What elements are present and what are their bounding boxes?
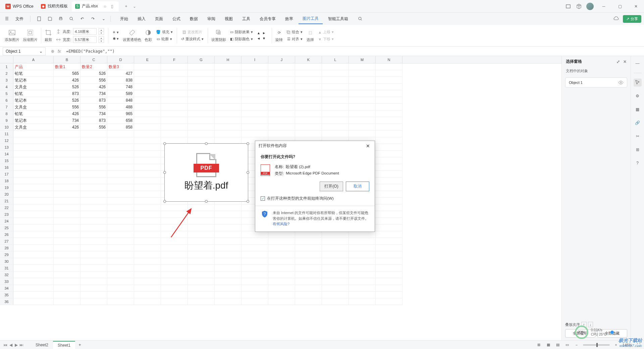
fx-icon[interactable]: fx [58,49,61,54]
cell[interactable] [134,271,161,278]
cell[interactable] [107,278,134,285]
cell[interactable] [134,285,161,292]
cell[interactable] [268,265,295,271]
cell[interactable] [134,171,161,178]
cell[interactable] [268,77,295,84]
cell[interactable] [107,164,134,171]
cell[interactable] [80,198,107,204]
cell[interactable] [268,292,295,298]
cell[interactable] [376,292,402,298]
row-header[interactable]: 10 [0,124,13,131]
cell[interactable] [13,204,54,211]
cell[interactable] [215,77,241,84]
height-input[interactable]: 4.18厘米 [73,28,97,35]
cell[interactable] [376,70,402,77]
cell[interactable] [80,211,107,218]
row-header[interactable]: 30 [0,258,13,265]
cell[interactable] [188,204,215,211]
menu-tab-smart[interactable]: 智能工具箱 [324,14,352,24]
cell[interactable] [241,298,268,305]
cell[interactable] [161,271,188,278]
cell[interactable] [134,157,161,164]
cell[interactable]: 734 [80,90,107,97]
cell[interactable] [188,117,215,124]
cell[interactable] [322,278,349,285]
formula-input[interactable]: =EMBED("Package","") [63,49,644,54]
target-icon[interactable]: ⊕ [51,49,54,54]
cell[interactable]: 658 [107,117,134,124]
performance-widget[interactable]: 72% 0.01K/s CPU 25°C [575,326,614,339]
new-icon[interactable] [35,15,43,23]
resize-handle[interactable] [163,142,166,145]
cell[interactable] [241,238,268,245]
crop-button[interactable]: 裁剪 [43,28,53,43]
resize-handle[interactable] [163,171,166,174]
cell[interactable] [161,110,188,117]
cell[interactable] [268,298,295,305]
cell[interactable] [349,271,376,278]
cell[interactable] [295,124,322,131]
cell[interactable] [295,238,322,245]
cell[interactable] [54,218,80,225]
row-header[interactable]: 3 [0,77,13,84]
cell[interactable] [161,258,188,265]
cell[interactable] [161,245,188,251]
cell[interactable] [13,258,54,265]
resize-handle[interactable] [163,200,166,203]
cell[interactable]: 笔记本 [13,97,54,104]
cell[interactable] [188,238,215,245]
tab-dropdown[interactable]: ⌄ [131,3,138,9]
row-header[interactable]: 12 [0,137,13,144]
cell[interactable] [13,218,54,225]
cell[interactable] [188,278,215,285]
cell[interactable] [376,144,402,151]
cell[interactable] [161,298,188,305]
cell[interactable] [134,211,161,218]
cell[interactable] [268,285,295,292]
cell[interactable]: 873 [80,117,107,124]
close-button[interactable]: ✕ [630,2,642,11]
cell[interactable] [215,63,241,70]
cell[interactable] [134,251,161,258]
row-header[interactable]: 8 [0,110,13,117]
cell[interactable] [80,245,107,251]
cell[interactable] [13,198,54,204]
cell[interactable] [376,178,402,184]
cloud-icon[interactable] [612,15,620,23]
cell[interactable] [295,90,322,97]
cell[interactable] [349,110,376,117]
cell[interactable] [376,164,402,171]
cell[interactable] [107,144,134,151]
cell[interactable] [54,137,80,144]
cell[interactable] [188,265,215,271]
cell[interactable] [215,204,241,211]
cell[interactable] [80,131,107,137]
cell[interactable] [268,97,295,104]
cell[interactable] [241,77,268,84]
menu-tab-efficiency[interactable]: 效率 [281,14,297,24]
print-icon[interactable] [57,15,65,23]
cell[interactable] [107,271,134,278]
cell[interactable]: 556 [80,104,107,110]
cell[interactable] [322,90,349,97]
cell[interactable] [107,298,134,305]
cell[interactable] [295,84,322,90]
cell[interactable] [161,211,188,218]
tab-template[interactable]: ◆ 找稻壳模板 [38,1,71,11]
cell[interactable] [376,157,402,164]
resize-handle[interactable] [247,171,249,174]
cell[interactable] [215,278,241,285]
row-header[interactable]: 17 [0,171,13,178]
cell[interactable] [349,292,376,298]
cell[interactable] [161,218,188,225]
cell[interactable] [107,137,134,144]
select-button[interactable]: ⬚选择 [305,28,315,43]
cell[interactable] [215,70,241,77]
cell[interactable] [13,151,54,157]
cell[interactable] [188,245,215,251]
cell[interactable]: 数量1 [54,63,80,70]
cell[interactable] [80,258,107,265]
cell[interactable] [322,292,349,298]
row-header[interactable]: 4 [0,84,13,90]
cell[interactable] [188,271,215,278]
